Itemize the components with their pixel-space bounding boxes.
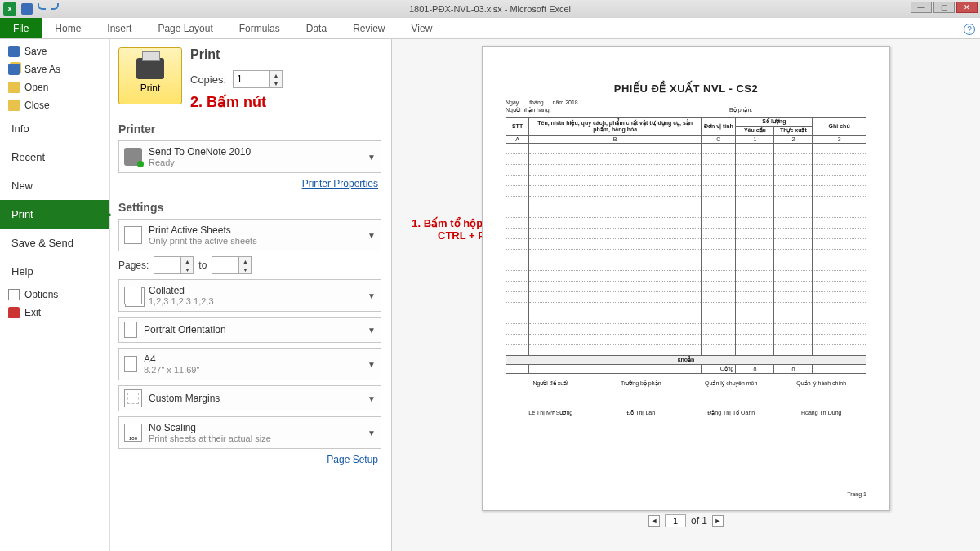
pages-to-spinner[interactable]: ▲▼ bbox=[212, 256, 252, 274]
table-row bbox=[506, 324, 866, 335]
maximize-button[interactable]: ▢ bbox=[933, 2, 955, 13]
quick-access-toolbar bbox=[21, 3, 59, 15]
printer-select[interactable]: Send To OneNote 2010Ready ▼ bbox=[118, 140, 381, 173]
table-row bbox=[506, 260, 866, 271]
printer-properties-link[interactable]: Printer Properties bbox=[118, 178, 378, 189]
tab-page-layout[interactable]: Page Layout bbox=[145, 18, 225, 38]
tab-home[interactable]: Home bbox=[42, 18, 94, 38]
nav-open[interactable]: Open bbox=[0, 78, 109, 96]
pages-from-spinner[interactable]: ▲▼ bbox=[154, 256, 194, 274]
preview-pager: ◄ of 1 ► bbox=[648, 514, 724, 527]
collate-select[interactable]: Collated1,2,3 1,2,3 1,2,3 ▼ bbox=[118, 279, 381, 312]
pages-from-up[interactable]: ▲ bbox=[181, 257, 193, 265]
scaling-title: No Scaling bbox=[149, 422, 361, 433]
chevron-down-icon: ▼ bbox=[368, 231, 376, 240]
pages-to-label: to bbox=[198, 260, 207, 271]
nav-print[interactable]: Print bbox=[0, 200, 109, 229]
nav-recent[interactable]: Recent bbox=[0, 143, 109, 171]
doc-dept-label: Bộ phận: bbox=[729, 107, 752, 113]
folder-close-icon bbox=[8, 100, 20, 111]
next-page-button[interactable]: ► bbox=[712, 515, 724, 527]
scaling-select[interactable]: 100 No ScalingPrint sheets at their actu… bbox=[118, 416, 381, 449]
tab-formulas[interactable]: Formulas bbox=[226, 18, 293, 38]
table-row bbox=[506, 218, 866, 229]
chevron-down-icon: ▼ bbox=[368, 153, 376, 162]
col-2: 2 bbox=[774, 136, 813, 144]
margins-icon bbox=[124, 389, 142, 407]
pages-to-down[interactable]: ▼ bbox=[239, 265, 251, 273]
collate-icon bbox=[124, 287, 142, 304]
scaling-sub: Print sheets at their actual size bbox=[149, 433, 361, 443]
paper-size-select[interactable]: A48.27" x 11.69" ▼ bbox=[118, 348, 381, 380]
nav-exit[interactable]: Exit bbox=[0, 304, 109, 322]
table-row bbox=[506, 282, 866, 292]
scaling-icon: 100 bbox=[124, 424, 142, 442]
nav-help[interactable]: Help bbox=[0, 257, 109, 286]
pages-from-down[interactable]: ▼ bbox=[181, 265, 193, 273]
col-c: C bbox=[702, 136, 736, 144]
dotted-line bbox=[555, 107, 723, 113]
doc-date: Ngày …. tháng ….năm 2018 bbox=[506, 100, 866, 105]
nav-info[interactable]: Info bbox=[0, 114, 109, 143]
pages-from-input[interactable] bbox=[154, 258, 180, 273]
th-unit: Đơn vị tính bbox=[702, 118, 736, 136]
nav-save-as[interactable]: Save As bbox=[0, 60, 109, 78]
table-row bbox=[506, 197, 866, 207]
copies-down[interactable]: ▼ bbox=[270, 79, 282, 87]
nav-close[interactable]: Close bbox=[0, 96, 109, 114]
nav-save-send[interactable]: Save & Send bbox=[0, 229, 109, 257]
undo-icon[interactable] bbox=[38, 3, 46, 10]
page-setup-link[interactable]: Page Setup bbox=[118, 454, 378, 465]
title-bar: X 1801-PĐX-NVL-03.xlsx - Microsoft Excel… bbox=[0, 0, 980, 18]
nav-save[interactable]: Save bbox=[0, 42, 109, 60]
table-row bbox=[506, 271, 866, 282]
th-qty: Số lượng bbox=[736, 118, 813, 127]
help-icon[interactable]: ? bbox=[964, 24, 975, 35]
print-what-select[interactable]: Print Active SheetsOnly print the active… bbox=[118, 219, 381, 251]
chevron-down-icon: ▼ bbox=[368, 326, 376, 335]
nav-exit-label: Exit bbox=[24, 307, 41, 318]
prev-page-button[interactable]: ◄ bbox=[648, 515, 660, 527]
print-what-title: Print Active Sheets bbox=[149, 224, 361, 236]
tab-data[interactable]: Data bbox=[293, 18, 340, 38]
tab-insert[interactable]: Insert bbox=[94, 18, 145, 38]
nav-save-label: Save bbox=[24, 46, 47, 57]
minimize-button[interactable]: — bbox=[911, 2, 932, 13]
print-heading: Print bbox=[190, 47, 381, 62]
copies-input[interactable] bbox=[234, 72, 270, 87]
printer-device-icon bbox=[124, 148, 142, 166]
file-tab[interactable]: File bbox=[0, 18, 42, 38]
printer-section-heading: Printer bbox=[118, 122, 381, 136]
save-icon[interactable] bbox=[21, 3, 33, 15]
print-panel: Print Print Copies: ▲▼ 2. Bấm nút Printe… bbox=[110, 39, 392, 551]
print-button[interactable]: Print bbox=[118, 47, 182, 104]
close-window-button[interactable]: ✕ bbox=[956, 2, 978, 13]
col-a: A bbox=[506, 136, 529, 144]
th-note: Ghi chú bbox=[813, 118, 866, 136]
col-1: 1 bbox=[736, 136, 774, 144]
sig-title-1: Người đề xuất bbox=[507, 380, 594, 387]
pages-to-input[interactable] bbox=[212, 258, 238, 273]
orientation-select[interactable]: Portrait Orientation ▼ bbox=[118, 317, 381, 343]
copies-spinner[interactable]: ▲▼ bbox=[233, 70, 283, 88]
orientation-title: Portrait Orientation bbox=[144, 324, 361, 335]
copies-up[interactable]: ▲ bbox=[270, 71, 282, 79]
print-what-sub: Only print the active sheets bbox=[149, 236, 361, 246]
margins-select[interactable]: Custom Margins ▼ bbox=[118, 385, 381, 411]
redo-icon[interactable] bbox=[51, 3, 59, 10]
nav-options[interactable]: Options bbox=[0, 286, 109, 304]
table-row bbox=[506, 144, 866, 154]
nav-new[interactable]: New bbox=[0, 171, 109, 200]
ribbon-tabs: File Home Insert Page Layout Formulas Da… bbox=[0, 18, 980, 39]
total-label: Cộng bbox=[702, 365, 736, 374]
dotted-line bbox=[755, 107, 866, 113]
pages-to-up[interactable]: ▲ bbox=[239, 257, 251, 265]
annotation-step-1-line2: CTRL + P bbox=[438, 229, 485, 242]
paper-title: A4 bbox=[144, 353, 361, 365]
paper-sub: 8.27" x 11.69" bbox=[144, 365, 361, 375]
col-b: B bbox=[529, 136, 702, 144]
current-page-input[interactable] bbox=[665, 514, 686, 527]
tab-review[interactable]: Review bbox=[340, 18, 398, 38]
preview-page: PHIẾU ĐỀ XUẤT NVL - CS2 Ngày …. tháng ….… bbox=[482, 46, 890, 511]
tab-view[interactable]: View bbox=[399, 18, 446, 38]
